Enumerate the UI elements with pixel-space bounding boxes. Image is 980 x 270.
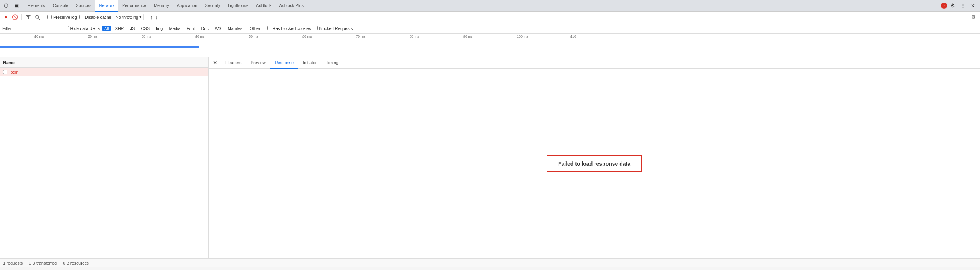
requests-header: Name (0, 57, 208, 68)
tick-20ms: 20 ms (88, 35, 98, 38)
request-row[interactable]: login (0, 68, 208, 76)
detail-panel: ✕ Headers Preview Response Initiator Tim… (209, 57, 980, 258)
hide-data-urls-label[interactable]: Hide data URLs (65, 26, 100, 31)
detail-tabs: ✕ Headers Preview Response Initiator Tim… (209, 57, 980, 69)
record-button[interactable]: ● (2, 14, 9, 21)
blocked-cookies-label[interactable]: Has blocked cookies (267, 26, 311, 31)
tab-headers[interactable]: Headers (221, 57, 246, 69)
error-count-button[interactable]: 7 (941, 3, 947, 9)
tab-security[interactable]: Security (201, 0, 224, 12)
filter-icon[interactable] (25, 14, 32, 21)
tab-preview[interactable]: Preview (246, 57, 270, 69)
throttle-dropdown[interactable]: No throttling ▾ (114, 14, 144, 20)
tab-network[interactable]: Network (95, 0, 118, 12)
request-checkbox[interactable] (3, 70, 7, 74)
tab-initiator[interactable]: Initiator (298, 57, 321, 69)
tick-100ms: 100 ms (517, 35, 528, 38)
blocked-cookies-checkbox[interactable] (267, 26, 271, 30)
preserve-log-label[interactable]: Preserve log (47, 15, 77, 20)
close-detail-button[interactable]: ✕ (210, 58, 219, 68)
timeline-bar-area (0, 41, 980, 57)
search-icon[interactable] (34, 14, 41, 21)
preserve-log-text: Preserve log (53, 15, 77, 20)
filter-xhr-button[interactable]: XHR (113, 26, 126, 31)
close-devtools-icon[interactable]: ✕ (969, 2, 977, 10)
error-message-box: Failed to load response data (547, 155, 642, 172)
blocked-requests-checkbox[interactable] (314, 26, 318, 30)
tab-response[interactable]: Response (270, 57, 299, 69)
preserve-log-checkbox[interactable] (47, 15, 52, 19)
throttle-chevron: ▾ (139, 15, 142, 20)
tab-lighthouse[interactable]: Lighthouse (224, 0, 252, 12)
name-column-header: Name (3, 60, 15, 65)
timeline-ruler: 10 ms 20 ms 30 ms 40 ms 50 ms 60 ms 70 m… (0, 34, 980, 41)
blocked-requests-text: Blocked Requests (319, 26, 353, 31)
timeline-blue-bar (0, 46, 199, 48)
clear-button[interactable]: 🚫 (11, 14, 18, 21)
error-message-text: Failed to load response data (558, 161, 630, 167)
detail-content: Failed to load response data (209, 69, 980, 258)
tick-10ms: 10 ms (34, 35, 44, 38)
toolbar-separator-3 (147, 14, 147, 20)
devtools-icons: ⬡ ▣ (2, 2, 21, 10)
filter-font-button[interactable]: Font (185, 26, 197, 31)
filter-all-button[interactable]: All (102, 26, 111, 31)
top-tab-bar: ⬡ ▣ Elements Console Sources Network Per… (0, 0, 980, 12)
main-content: Name login ✕ Headers Preview Response In… (0, 57, 980, 258)
filter-js-button[interactable]: JS (128, 26, 137, 31)
inspect-icon[interactable]: ⬡ (2, 2, 10, 10)
tab-adblock[interactable]: AdBlock (252, 0, 275, 12)
settings-network-icon[interactable]: ⚙ (969, 13, 978, 21)
tab-sources[interactable]: Sources (72, 0, 95, 12)
filter-ws-button[interactable]: WS (213, 26, 224, 31)
network-toolbar: ● 🚫 Preserve log Disable cache No thrott… (0, 12, 980, 23)
tab-performance[interactable]: Performance (118, 0, 150, 12)
requests-count: 1 requests (3, 261, 23, 265)
status-bar: 1 requests 0 B transferred 0 B resources (0, 258, 980, 267)
throttle-label: No throttling (116, 15, 138, 20)
tick-40ms: 40 ms (195, 35, 205, 38)
hide-data-urls-checkbox[interactable] (65, 26, 69, 30)
filter-label: Filter (2, 26, 11, 31)
toolbar-separator-1 (21, 14, 22, 20)
filter-media-button[interactable]: Media (167, 26, 182, 31)
settings-icon[interactable]: ⚙ (949, 2, 957, 10)
disable-cache-checkbox[interactable] (79, 15, 83, 19)
disable-cache-label[interactable]: Disable cache (79, 15, 111, 20)
hide-data-urls-text: Hide data URLs (70, 26, 100, 31)
tab-adblock-plus[interactable]: Adblock Plus (275, 0, 307, 12)
top-right-icons: 7 ⚙ ⋮ ✕ (941, 2, 978, 10)
blocked-requests-label[interactable]: Blocked Requests (314, 26, 353, 31)
tab-console[interactable]: Console (49, 0, 72, 12)
tick-90ms: 90 ms (463, 35, 473, 38)
requests-list: login (0, 68, 208, 258)
filter-img-button[interactable]: Img (154, 26, 165, 31)
filter-bar: Filter Hide data URLs All XHR JS CSS Img… (0, 23, 980, 34)
svg-point-0 (36, 15, 39, 18)
device-icon[interactable]: ▣ (12, 2, 21, 10)
filter-css-button[interactable]: CSS (139, 26, 152, 31)
tick-30ms: 30 ms (142, 35, 151, 38)
tab-application[interactable]: Application (173, 0, 201, 12)
filter-input[interactable] (14, 26, 60, 31)
transferred-size: 0 B transferred (29, 261, 57, 265)
timeline-container: 10 ms 20 ms 30 ms 40 ms 50 ms 60 ms 70 m… (0, 34, 980, 57)
tick-60ms: 60 ms (302, 35, 312, 38)
upload-button[interactable]: ↑ (150, 14, 153, 20)
disable-cache-text: Disable cache (85, 15, 111, 20)
filter-separator-2 (265, 25, 265, 31)
toolbar-separator-2 (44, 14, 44, 20)
tab-timing[interactable]: Timing (321, 57, 343, 69)
filter-other-button[interactable]: Other (248, 26, 262, 31)
request-name: login (10, 70, 18, 74)
tab-elements[interactable]: Elements (24, 0, 49, 12)
tab-memory[interactable]: Memory (150, 0, 173, 12)
more-icon[interactable]: ⋮ (959, 2, 967, 10)
requests-panel: Name login (0, 57, 209, 258)
filter-separator (62, 25, 62, 31)
filter-manifest-button[interactable]: Manifest (226, 26, 246, 31)
filter-doc-button[interactable]: Doc (199, 26, 211, 31)
error-badge: 7 (941, 3, 947, 9)
tick-80ms: 80 ms (410, 35, 419, 38)
download-button[interactable]: ↓ (155, 14, 158, 20)
